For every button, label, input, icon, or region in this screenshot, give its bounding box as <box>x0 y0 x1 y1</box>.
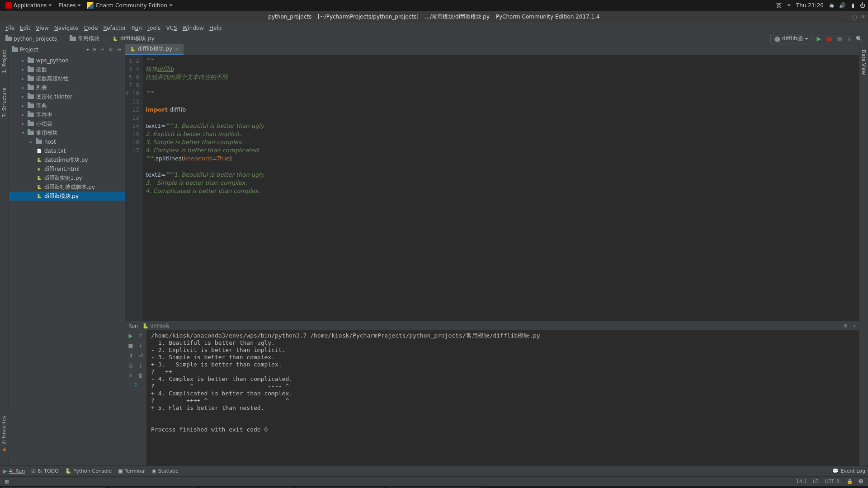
tree-item[interactable]: ▸字典 <box>9 101 125 110</box>
tree-label: difflib封装成脚本.py <box>44 183 95 191</box>
run-hide-icon[interactable]: ⇥ <box>851 323 855 329</box>
python-file-icon: 🐍 <box>129 46 136 52</box>
tree-item[interactable]: 🐍difflib实例1.py <box>9 174 125 183</box>
tree-item[interactable]: 🐍difflib封装成脚本.py <box>9 183 125 192</box>
collapse-icon[interactable]: ⊖ <box>91 47 98 52</box>
menu-vcs[interactable]: VCS <box>163 24 179 32</box>
tree-item[interactable]: ▸图形化-tkinter <box>9 92 125 101</box>
tree-item[interactable]: ▸函数高级特性 <box>9 74 125 83</box>
run-button[interactable]: ▶ <box>817 35 821 42</box>
clock[interactable]: Thu 21:20 <box>796 2 824 9</box>
breadcrumb-file[interactable]: 🐍difflib模块.py <box>109 35 157 42</box>
pause-button[interactable]: ⏸ <box>127 352 134 359</box>
sys-apps-menu[interactable]: Applications <box>3 1 55 9</box>
settings-icon[interactable]: ⚙ <box>108 47 114 52</box>
close-run-button[interactable]: ✕ <box>127 372 134 379</box>
close-button[interactable]: ✕ <box>861 14 865 20</box>
tree-item[interactable]: ▾常用模块 <box>9 128 125 137</box>
run-config-dropdown[interactable]: ⬤difflib函 <box>770 34 812 43</box>
tree-item[interactable]: 📄data.txt <box>9 146 125 155</box>
scroll-button[interactable]: ⤓ <box>137 362 144 369</box>
tool-dataview-tab[interactable]: Data View <box>860 48 868 77</box>
up-button[interactable]: ↑ <box>137 332 144 339</box>
update-button[interactable]: ↓ <box>847 36 851 42</box>
left-tool-gutter: 1: Project 7: Structure <box>0 44 9 465</box>
cursor-position[interactable]: 14:1 <box>796 479 807 484</box>
tree-item[interactable]: ◆diffirent.html <box>9 164 125 174</box>
tree-item[interactable]: ▸字符串 <box>9 110 125 119</box>
power-icon[interactable]: ⏻ <box>860 2 865 9</box>
hide-icon[interactable]: ⇥ <box>116 47 122 52</box>
menu-help[interactable]: Help <box>207 24 224 32</box>
folder-icon <box>28 94 34 99</box>
menu-navigate[interactable]: Navigate <box>52 24 81 32</box>
tree-item[interactable]: ▸小项目 <box>9 119 125 128</box>
menu-run[interactable]: Run <box>129 24 145 32</box>
hector-icon[interactable]: ☻ <box>859 479 863 484</box>
wifi-icon[interactable]: ◉ <box>829 2 834 9</box>
tree-item[interactable]: 🐍datetime模块.py <box>9 155 125 164</box>
menu-view[interactable]: View <box>33 24 51 32</box>
menu-refactor[interactable]: Refactor <box>100 24 128 32</box>
sys-app-menu[interactable]: Charm Community Edition <box>85 1 175 9</box>
line-separator[interactable]: LF: <box>812 479 819 484</box>
sys-places-menu[interactable]: Places <box>56 1 84 9</box>
editor-tab[interactable]: 🐍difflib模块.py× <box>125 44 184 55</box>
tab-run[interactable]: ▶4: Run <box>3 468 25 474</box>
tool-favorites-tab[interactable]: 2: Favorites <box>1 416 7 445</box>
search-button[interactable]: 🔍 <box>856 36 863 42</box>
code-editor[interactable]: 1 2 3 4 5 6 7 8 9 10 11 12 13 14 15 16 1… <box>125 55 859 321</box>
debug-button[interactable]: 🐞 <box>826 36 833 42</box>
menu-tools[interactable]: Tools <box>145 24 164 32</box>
ime-indicator[interactable]: 英 <box>776 2 782 9</box>
wrap-button[interactable]: ⏎ <box>137 352 144 359</box>
pycharm-icon <box>87 2 94 9</box>
locate-icon[interactable]: ⌖ <box>99 47 106 52</box>
tree-item[interactable]: ▸host <box>9 137 125 146</box>
maximize-button[interactable]: ▢ <box>852 14 857 20</box>
breadcrumb-mid[interactable]: 常用模块 <box>67 35 102 42</box>
tab-terminal[interactable]: ▣Terminal <box>118 468 146 474</box>
tree-item[interactable]: 🐍difflib模块.py <box>9 192 125 201</box>
run-output[interactable]: /home/kiosk/anaconda3/envs/wps/bin/pytho… <box>146 330 859 465</box>
lock-icon[interactable]: 🔒 <box>847 479 853 484</box>
rerun-button[interactable]: ▶ <box>127 332 134 339</box>
project-tree[interactable]: ▸wps_python▸函数▸函数高级特性▸列表▸图形化-tkinter▸字典▸… <box>9 55 125 465</box>
tree-item[interactable]: ▸列表 <box>9 83 125 92</box>
minimize-button[interactable]: — <box>843 14 849 20</box>
print-button[interactable]: ⎙ <box>127 362 134 369</box>
file-icon: 📄 <box>36 148 42 154</box>
app-menubar: File Edit View Navigate Code Refactor Ru… <box>0 23 868 33</box>
tree-label: host <box>44 139 56 145</box>
tree-label: 字典 <box>36 102 47 110</box>
tree-item[interactable]: ▸函数 <box>9 65 125 74</box>
tab-todo[interactable]: ☑6: TODO <box>31 468 59 474</box>
run-tool-window: Run 🐍 difflib函 ⚙⇥ ▶↑ ■↓ ⏸⏎ ⎙⤓ ✕🗑 ? /home… <box>125 321 859 465</box>
clear-button[interactable]: 🗑 <box>137 372 144 379</box>
menu-edit[interactable]: Edit <box>17 24 33 32</box>
tree-item[interactable]: ▸wps_python <box>9 56 125 65</box>
encoding[interactable]: UTF-8: <box>825 479 841 484</box>
help-button[interactable]: ? <box>132 382 139 389</box>
run-title: Run <box>128 323 138 329</box>
tree-label: 列表 <box>36 84 47 92</box>
volume-icon[interactable]: 🔊 <box>839 2 846 9</box>
menu-window[interactable]: Window <box>180 24 207 32</box>
stop-button[interactable]: ■ <box>837 36 842 42</box>
stop-run-button[interactable]: ■ <box>127 342 134 349</box>
event-log[interactable]: 💬Event Log <box>832 468 865 474</box>
run-settings-icon[interactable]: ⚙ <box>843 323 848 329</box>
tab-python-console[interactable]: 🐍Python Console <box>65 468 112 474</box>
tab-statistic[interactable]: ◉Statistic <box>152 468 178 474</box>
menu-file[interactable]: File <box>3 24 17 32</box>
tool-structure-tab[interactable]: 7: Structure <box>0 86 8 119</box>
menu-code[interactable]: Code <box>81 24 101 32</box>
battery-icon[interactable]: ▮ <box>851 2 854 9</box>
breadcrumb-root[interactable]: python_projects <box>3 36 60 42</box>
down-button[interactable]: ↓ <box>137 342 144 349</box>
status-icon[interactable]: ▦ <box>5 479 9 484</box>
tool-project-tab[interactable]: 1: Project <box>0 48 8 75</box>
line-gutter: 1 2 3 4 5 6 7 8 9 10 11 12 13 14 15 16 1… <box>125 55 143 321</box>
close-tab-icon[interactable]: × <box>175 46 179 52</box>
code-content[interactable]: """ 模块difflib 比较并找出两个文本内容的不同 """ import … <box>143 55 859 321</box>
